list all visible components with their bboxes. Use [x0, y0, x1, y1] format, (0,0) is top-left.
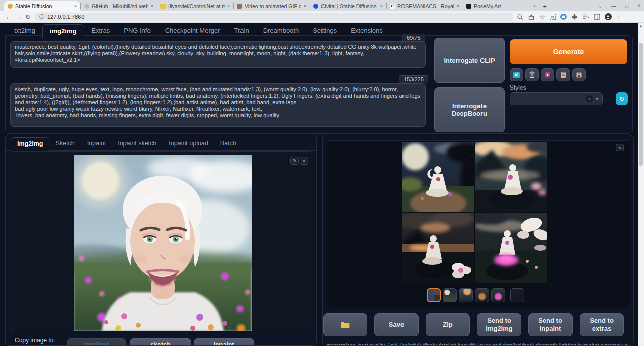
refresh-styles-button[interactable]: ↻ — [616, 92, 628, 105]
copy-to-inpaint-button[interactable]: inpaint — [194, 338, 254, 346]
tab-close-icon[interactable]: × — [227, 4, 230, 9]
profile-avatar[interactable] — [605, 13, 612, 20]
tab-title: Stable Diffusion — [15, 3, 72, 9]
tab-img2img[interactable]: img2img — [42, 24, 84, 38]
show-extra-networks-button[interactable] — [541, 68, 554, 81]
scroll-up-arrow-icon[interactable]: ▲ — [638, 23, 644, 27]
save-button[interactable]: Save — [374, 313, 419, 336]
tab-checkpoint-merger[interactable]: Checkpoint Merger — [158, 24, 227, 38]
gallery-image-1[interactable] — [402, 142, 474, 212]
copy-to-img2img-button[interactable]: img2img — [67, 338, 126, 346]
mode-tab-img2img[interactable]: img2img — [11, 137, 49, 151]
extension-n-icon[interactable]: N — [550, 14, 556, 20]
address-bar[interactable]: ⓘ 127.0.0.1:7860 — [34, 13, 513, 21]
screen: Stable Diffusion × GitHub - Mikubill/sd-… — [0, 0, 644, 346]
scrollbar-thumb[interactable] — [639, 43, 643, 166]
source-image-dropzone[interactable]: ✎ × — [10, 151, 313, 331]
url-text[interactable]: 127.0.0.1:7860 — [47, 14, 84, 20]
send-to-extras-button[interactable]: Send to extras — [580, 313, 624, 336]
tab-txt2img[interactable]: txt2img — [7, 24, 42, 38]
clear-styles-icon[interactable]: × — [586, 95, 593, 102]
close-gallery-button[interactable]: × — [616, 144, 624, 151]
reload-icon[interactable]: ↻ — [25, 14, 31, 20]
stable-diffusion-favicon — [8, 4, 13, 9]
browser-tab-gif-converter[interactable]: Video to animated GIF converter × — [233, 1, 310, 11]
page-scrollbar[interactable]: ▲ — [638, 23, 644, 346]
tab-dreambooth[interactable]: Dreambooth — [256, 24, 306, 38]
window-maximize-button[interactable]: □ — [625, 3, 628, 9]
tab-close-icon[interactable]: × — [151, 4, 153, 9]
remove-image-button[interactable]: × — [300, 157, 308, 165]
extensions-puzzle-icon[interactable] — [571, 14, 578, 20]
browser-tab-stable-diffusion[interactable]: Stable Diffusion × — [4, 1, 80, 11]
negative-prompt-input[interactable]: sketch, duplicate, ugly, huge eyes, text… — [10, 83, 426, 127]
zip-button[interactable]: Zip — [426, 313, 470, 336]
browser-tab-posemaniacs[interactable]: P POSEMANIACS - Royalty free 3... × — [386, 1, 463, 11]
arrow-down-left-icon — [513, 71, 520, 79]
tab-extensions[interactable]: Extensions — [344, 24, 390, 38]
mode-tab-inpaint-upload[interactable]: Inpaint upload — [163, 137, 214, 150]
clear-prompt-button[interactable] — [525, 68, 539, 81]
img2img-mode-tabs: img2img Sketch Inpaint Inpaint sketch In… — [6, 135, 316, 151]
back-icon[interactable]: ← — [5, 14, 12, 20]
browser-tab-posemyart[interactable]: PoseMy.Art × — [463, 1, 539, 11]
browser-tab-civitai[interactable]: Civitai | Stable Diffusion model... × — [310, 1, 386, 11]
prompt-input[interactable]: masterpiece, best quality, 1girl, (color… — [10, 41, 426, 68]
extension-blue-icon[interactable] — [560, 14, 567, 20]
tab-close-icon[interactable]: × — [74, 4, 77, 9]
tabstrip-caret-icon[interactable]: ⌄ — [598, 3, 602, 9]
thumbnail-2[interactable] — [443, 288, 457, 302]
tab-extras[interactable]: Extras — [84, 24, 117, 38]
browser-menu-icon[interactable]: ⋮ — [616, 13, 622, 20]
send-to-img2img-button[interactable]: Send to img2img — [477, 313, 521, 336]
zoom-icon[interactable] — [517, 14, 523, 20]
share-icon[interactable] — [528, 14, 535, 20]
mode-tab-inpaint-sketch[interactable]: Inpaint sketch — [112, 137, 163, 150]
gallery-image-3[interactable] — [402, 213, 474, 283]
new-tab-button[interactable]: + — [539, 1, 550, 11]
copy-to-sketch-button[interactable]: sketch — [130, 338, 191, 346]
tab-train[interactable]: Train — [227, 24, 256, 38]
forward-icon[interactable]: → — [15, 14, 22, 20]
thumbnail-5[interactable] — [491, 288, 505, 302]
reading-list-icon[interactable] — [582, 14, 589, 20]
apply-styles-button[interactable] — [556, 68, 570, 81]
tab-close-icon[interactable]: × — [380, 4, 383, 9]
edit-image-button[interactable]: ✎ — [290, 157, 299, 165]
open-folder-button[interactable] — [323, 313, 367, 336]
gallery-image-grid[interactable] — [402, 142, 547, 283]
tab-close-icon[interactable]: × — [533, 4, 536, 9]
gallery-image-4[interactable] — [475, 213, 547, 283]
tab-title: GitHub - Mikubill/sd-webui-co... — [92, 3, 148, 9]
window-minimize-button[interactable]: — — [611, 3, 616, 9]
mode-tab-sketch[interactable]: Sketch — [49, 137, 80, 150]
window-close-button[interactable]: × — [637, 2, 641, 9]
paste-parameters-button[interactable] — [510, 68, 523, 81]
mode-tab-inpaint[interactable]: Inpaint — [81, 137, 112, 150]
browser-tab-github[interactable]: GitHub - Mikubill/sd-webui-co... × — [80, 1, 157, 11]
thumbnail-6[interactable] — [510, 288, 524, 302]
bookmark-star-icon[interactable]: ☆ — [539, 13, 545, 21]
save-style-button[interactable] — [572, 68, 586, 81]
tab-png-info[interactable]: PNG Info — [117, 24, 157, 38]
browser-tab-controlnet[interactable]: Illyasviel/ControlNet at main × — [157, 1, 233, 11]
extra-networks-card-icon — [544, 71, 551, 78]
site-info-icon[interactable]: ⓘ — [39, 13, 44, 20]
side-panel-icon[interactable] — [594, 14, 600, 20]
interrogate-deepbooru-button[interactable]: Interrogate DeepBooru — [434, 87, 505, 132]
webui-app: txt2img img2img Extras PNG Info Checkpoi… — [0, 23, 638, 346]
thumbnail-4[interactable] — [475, 288, 489, 302]
thumbnail-1-selected[interactable] — [427, 288, 441, 302]
gallery-actions: Save Zip Send to img2img Send to inpaint… — [323, 313, 624, 336]
tab-close-icon[interactable]: × — [457, 4, 459, 9]
interrogate-clip-button[interactable]: Interrogate CLIP — [434, 38, 505, 83]
tab-settings[interactable]: Settings — [306, 24, 344, 38]
styles-dropdown[interactable]: × ▾ — [510, 92, 603, 105]
mode-tab-batch[interactable]: Batch — [214, 137, 243, 150]
clipboard-icon — [560, 71, 567, 78]
send-to-inpaint-button[interactable]: Send to inpaint — [528, 313, 573, 336]
gallery-image-2[interactable] — [475, 142, 547, 212]
thumbnail-3[interactable] — [459, 288, 473, 302]
tab-close-icon[interactable]: × — [304, 4, 306, 9]
generate-button[interactable]: Generate — [510, 39, 627, 64]
